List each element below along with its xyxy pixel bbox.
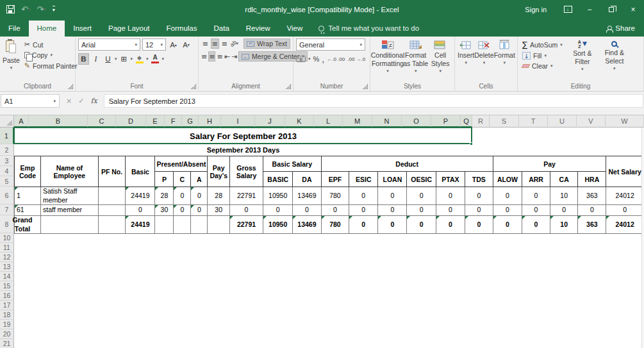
cell[interactable]: 0 xyxy=(174,187,191,205)
column-header-K[interactable]: K xyxy=(285,115,314,128)
cut-button[interactable]: ✂Cut xyxy=(22,40,79,49)
column-header-F[interactable]: F xyxy=(165,115,182,128)
row-header-16[interactable]: 16 xyxy=(0,291,14,301)
column-header-M[interactable]: M xyxy=(343,115,372,128)
tab-page-layout[interactable]: Page Layout xyxy=(100,21,158,37)
comma-style-icon[interactable]: , xyxy=(322,54,324,64)
header-emp-code[interactable]: Emp Code xyxy=(15,156,41,187)
increase-indent-icon[interactable]: ⇥ xyxy=(231,51,237,62)
copy-button[interactable]: Copy ▾ xyxy=(22,51,79,60)
row-header-20[interactable]: 20 xyxy=(0,329,14,339)
cell[interactable]: 0 xyxy=(191,205,208,216)
cell[interactable]: 10950 xyxy=(263,216,292,234)
cell[interactable]: 0 xyxy=(550,205,577,216)
row-header-13[interactable]: 13 xyxy=(0,262,14,272)
fill-color-icon[interactable]: ◆ xyxy=(134,53,145,65)
cell[interactable]: 0 xyxy=(407,216,436,234)
cell[interactable]: 0 xyxy=(349,216,378,234)
subheader-ca[interactable]: CA xyxy=(550,172,577,187)
paste-button[interactable]: Paste ▾ xyxy=(3,38,20,81)
save-icon[interactable] xyxy=(6,5,15,13)
cell[interactable]: 0 xyxy=(263,205,292,216)
cell[interactable]: 0 xyxy=(378,216,407,234)
decrease-indent-icon[interactable]: ⇤ xyxy=(224,51,230,62)
fill-color-dropdown[interactable]: ▾ xyxy=(146,56,149,62)
cell-merged-title[interactable]: Salary For September 2013 xyxy=(14,128,472,144)
subheader-alow[interactable]: ALOW xyxy=(493,172,522,187)
vertical-scrollbar[interactable] xyxy=(641,128,644,348)
percent-style-icon[interactable]: % xyxy=(313,55,320,63)
cell[interactable] xyxy=(174,216,191,234)
cell[interactable]: 30 xyxy=(155,205,174,216)
cell-merged-subtitle[interactable]: September 2013 Days xyxy=(14,144,472,156)
orientation-icon[interactable]: ab▾ xyxy=(230,38,239,49)
subheader-a[interactable]: A xyxy=(191,172,208,187)
subheader-hra[interactable]: HRA xyxy=(578,172,606,187)
align-left-icon[interactable]: ≡ xyxy=(201,51,207,62)
row-header-1[interactable]: 1 xyxy=(0,128,14,144)
tell-me-box[interactable]: Tell me what you want to do xyxy=(311,21,427,37)
subheader-loan[interactable]: LOAN xyxy=(378,172,407,187)
font-dialog-launcher[interactable] xyxy=(191,84,196,89)
font-color-icon[interactable]: A xyxy=(150,53,161,65)
cell[interactable]: 780 xyxy=(321,187,349,205)
cell[interactable]: 0 xyxy=(378,187,407,205)
tab-data[interactable]: Data xyxy=(206,21,238,37)
conditional-formatting-button[interactable]: ≠ Conditional Formatting▾ xyxy=(373,38,402,81)
format-as-table-button[interactable]: Format as Table▾ xyxy=(402,38,429,81)
decrease-font-icon[interactable]: A▾ xyxy=(181,39,192,51)
cell[interactable]: 28 xyxy=(155,187,174,205)
cell[interactable]: 0 xyxy=(321,205,349,216)
column-header-J[interactable]: J xyxy=(255,115,285,128)
align-right-icon[interactable]: ≡ xyxy=(217,51,222,62)
row-header-12[interactable]: 12 xyxy=(0,253,14,262)
row-header-11[interactable]: 11 xyxy=(0,243,14,253)
cell[interactable] xyxy=(191,216,208,234)
column-header-A[interactable]: A xyxy=(14,115,29,128)
cell[interactable]: 0 xyxy=(493,187,522,205)
find-select-button[interactable]: Find & Select▾ xyxy=(600,38,629,81)
font-name-select[interactable]: Arial▾ xyxy=(78,38,140,51)
row-header-18[interactable]: 18 xyxy=(0,310,14,320)
cell[interactable] xyxy=(155,216,174,234)
row-header-6[interactable]: 6 xyxy=(0,186,14,204)
cell[interactable]: 1 xyxy=(15,187,41,205)
cell[interactable]: 13469 xyxy=(293,216,321,234)
clear-button[interactable]: Clear ▾ xyxy=(520,62,565,70)
column-header-Q[interactable]: Q xyxy=(461,115,472,128)
font-color-dropdown[interactable]: ▾ xyxy=(162,56,165,62)
cell-styles-button[interactable]: Cell Styles▾ xyxy=(429,38,452,81)
bold-button[interactable]: B xyxy=(78,53,89,65)
increase-decimal-icon[interactable]: ←.0 .00 xyxy=(327,56,345,62)
header-basic[interactable]: Basic xyxy=(126,156,155,187)
header-net-salary[interactable]: Net Salary xyxy=(606,156,644,187)
autosum-button[interactable]: ∑AutoSum ▾ xyxy=(520,40,565,50)
underline-button[interactable]: U xyxy=(103,53,113,65)
tab-review[interactable]: Review xyxy=(238,21,279,37)
header-basic-salary[interactable]: Basic Salary xyxy=(263,156,321,172)
column-header-D[interactable]: D xyxy=(116,115,146,128)
tab-insert[interactable]: Insert xyxy=(65,21,100,37)
cell[interactable]: Grand Total xyxy=(15,216,41,234)
column-header-T[interactable]: T xyxy=(519,115,548,128)
subheader-tds[interactable]: TDS xyxy=(465,172,493,187)
sign-in-link[interactable]: Sign in xyxy=(515,6,557,13)
formula-input[interactable]: Salary For September 2013 xyxy=(104,94,643,108)
row-header-3[interactable]: 3 xyxy=(0,156,14,166)
tab-home[interactable]: Home xyxy=(29,21,65,37)
accounting-format-icon[interactable]: $ xyxy=(296,56,306,62)
row-header-7[interactable]: 7 xyxy=(0,204,14,215)
enter-check-icon[interactable]: ✓ xyxy=(78,97,84,105)
row-header-2[interactable]: 2 xyxy=(0,144,14,156)
italic-button[interactable]: I xyxy=(90,53,101,65)
tab-file[interactable]: File xyxy=(0,21,29,37)
subheader-oesic[interactable]: OESIC xyxy=(407,172,436,187)
minimize-button[interactable]: − xyxy=(579,0,600,19)
column-header-W[interactable]: W xyxy=(606,115,644,128)
row-header-15[interactable]: 15 xyxy=(0,281,14,291)
cell[interactable]: Satish Staff member xyxy=(41,187,99,205)
number-format-select[interactable]: General▾ xyxy=(296,38,365,51)
column-header-G[interactable]: G xyxy=(182,115,199,128)
insert-cells-button[interactable]: Insert▾ xyxy=(458,38,474,81)
subheader-epf[interactable]: EPF xyxy=(321,172,349,187)
